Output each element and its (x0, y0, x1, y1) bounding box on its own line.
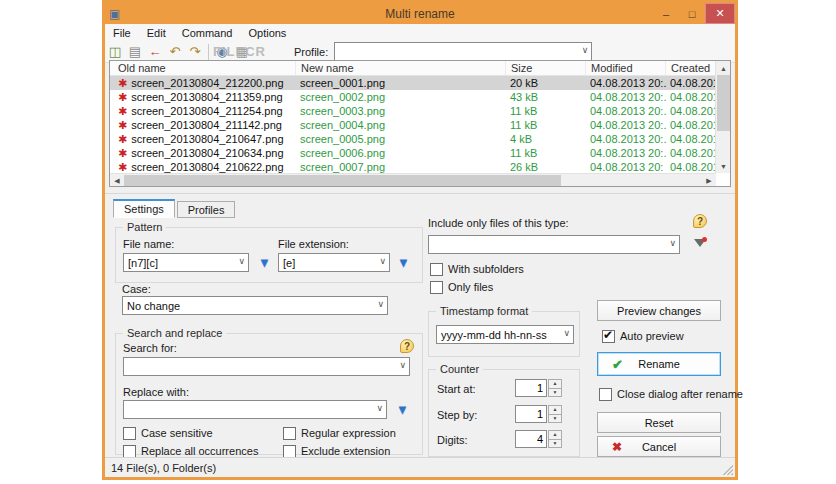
undo-rename-icon[interactable]: ↶ (165, 43, 185, 61)
tab-settings[interactable]: Settings (113, 199, 175, 218)
search-for-combobox[interactable]: ∨ (123, 357, 410, 376)
spin-down-icon[interactable]: ▼ (548, 388, 562, 398)
menu-file[interactable]: File (105, 24, 139, 41)
pattern-legend: Pattern (123, 221, 166, 233)
case-sensitive-checkbox[interactable]: Case sensitive (123, 427, 213, 440)
size: 43 kB (506, 90, 586, 104)
scroll-left-icon[interactable]: ◀ (110, 174, 124, 187)
table-row[interactable]: ✱screen_20130804_211359.png screen_0002.… (110, 90, 716, 104)
preview-changes-button[interactable]: Preview changes (597, 300, 721, 321)
checkbox-box[interactable] (599, 388, 612, 401)
timestamp-format-combobox[interactable]: yyyy-mm-dd hh-nn-ss ∨ (436, 325, 574, 344)
button-label: Rename (638, 358, 680, 370)
step-by-value[interactable]: 1 (515, 405, 547, 423)
redo-rename-icon[interactable]: ↷ (185, 43, 205, 61)
scroll-down-icon[interactable]: ▼ (716, 159, 731, 173)
table-row[interactable]: ✱screen_20130804_211142.png screen_0004.… (110, 118, 716, 132)
toolbar-separator (208, 44, 209, 60)
checkbox-box[interactable] (283, 427, 296, 440)
reset-button[interactable]: Reset (597, 412, 721, 433)
title-bar[interactable]: ▣ Multi rename – □ ✕ (105, 3, 735, 24)
tab-profiles[interactable]: Profiles (177, 201, 236, 218)
multi-rename-window: ▣ Multi rename – □ ✕ File Edit Command O… (102, 0, 738, 480)
column-new-name[interactable]: New name (296, 61, 506, 75)
checkbox-box[interactable] (123, 427, 136, 440)
close-dialog-after-rename-checkbox[interactable]: Close dialog after rename (599, 388, 743, 401)
created: 04.08.2013 2 (666, 76, 716, 90)
menu-command[interactable]: Command (174, 24, 241, 41)
horizontal-scrollbar[interactable]: ◀ ▶ (110, 173, 716, 186)
old-name: screen_20130804_211142.png (131, 118, 282, 132)
file-name-combobox[interactable]: [n7][c] ∨ (123, 253, 249, 272)
close-button[interactable]: ✕ (705, 3, 735, 24)
regular-expression-checkbox[interactable]: Regular expression (283, 427, 396, 440)
checkbox-box[interactable] (430, 281, 443, 294)
timestamp-legend: Timestamp format (436, 305, 532, 317)
only-files-checkbox[interactable]: Only files (430, 281, 493, 294)
rename-button[interactable]: ✔ Rename (597, 352, 721, 376)
case-combobox[interactable]: No change ∨ (122, 296, 388, 315)
start-at-value[interactable]: 1 (515, 379, 547, 397)
column-old-name[interactable]: Old name (110, 61, 296, 75)
help-question-icon[interactable]: ? (693, 214, 707, 228)
image-file-icon: ✱ (118, 106, 127, 117)
table-row[interactable]: ✱screen_20130804_210622.png screen_0007.… (110, 160, 716, 173)
replace-with-combobox[interactable]: ∨ (123, 400, 387, 419)
menu-options[interactable]: Options (240, 24, 294, 41)
image-file-icon: ✱ (118, 134, 127, 145)
modified: 04.08.2013 20:... (586, 90, 666, 104)
timestamp-group: Timestamp format yyyy-mm-dd hh-nn-ss ∨ (428, 311, 580, 357)
button-label: Cancel (642, 441, 676, 453)
remove-files-icon[interactable]: ← (145, 43, 165, 61)
horizontal-scroll-thumb[interactable] (124, 175, 561, 186)
replace-with-expand-icon[interactable]: ▼ (396, 403, 409, 416)
scroll-right-icon[interactable]: ▶ (702, 174, 716, 187)
checkbox-label: Close dialog after rename (617, 388, 743, 400)
start-at-stepper[interactable]: 1 ▲▼ (515, 379, 562, 397)
scroll-up-icon[interactable]: ▲ (716, 61, 731, 75)
table-row[interactable]: ✱screen_20130804_211254.png screen_0003.… (110, 104, 716, 118)
digits-label: Digits: (437, 434, 468, 446)
spin-down-icon[interactable]: ▼ (548, 414, 562, 424)
preview-icon[interactable]: ◉ (212, 43, 232, 61)
file-extension-combobox[interactable]: [e] ∨ (278, 253, 390, 272)
chevron-down-icon: ∨ (376, 404, 383, 413)
digits-stepper[interactable]: 4 ▲▼ (515, 430, 562, 448)
column-created[interactable]: Created (666, 61, 716, 75)
file-extension-label: File extension: (278, 238, 349, 250)
file-name-expand-icon[interactable]: ▼ (258, 256, 271, 269)
file-list[interactable]: Old name New name Size Modified Created … (109, 60, 731, 187)
edit-names-icon[interactable]: ▤ (125, 43, 145, 61)
vertical-scrollbar[interactable]: ▲ ▼ (715, 61, 730, 173)
file-extension-expand-icon[interactable]: ▼ (397, 256, 410, 269)
image-file-icon: ✱ (118, 162, 127, 173)
digits-value[interactable]: 4 (515, 430, 547, 448)
vertical-scroll-thumb[interactable] (717, 75, 730, 131)
created: 04.08.2013 2 (666, 160, 716, 173)
table-row[interactable]: ✱screen_20130804_210647.png screen_0005.… (110, 132, 716, 146)
menu-bar: File Edit Command Options (105, 24, 735, 41)
help-question-icon[interactable]: ? (400, 339, 414, 353)
checkbox-box[interactable]: ✔ (602, 330, 615, 343)
window-title: Multi rename (105, 7, 735, 21)
table-row[interactable]: ✱screen_20130804_210634.png screen_0006.… (110, 146, 716, 160)
profile-combobox[interactable]: ∨ (334, 42, 592, 61)
cancel-button[interactable]: ✖ Cancel (597, 436, 721, 457)
status-bar: 14 File(s), 0 Folder(s) (105, 457, 735, 477)
column-modified[interactable]: Modified (586, 61, 666, 75)
minimize-button[interactable]: – (653, 3, 679, 24)
options-icon[interactable]: ▦ (232, 43, 252, 61)
add-files-icon[interactable]: ◫ (105, 43, 125, 61)
spin-down-icon[interactable]: ▼ (548, 439, 562, 449)
maximize-button[interactable]: □ (679, 3, 705, 24)
menu-edit[interactable]: Edit (139, 24, 174, 41)
checkbox-box[interactable] (430, 263, 443, 276)
include-files-combobox[interactable]: ∨ (428, 235, 680, 254)
filter-wizard-icon[interactable] (693, 237, 707, 251)
auto-preview-checkbox[interactable]: ✔ Auto preview (602, 330, 684, 343)
with-subfolders-checkbox[interactable]: With subfolders (430, 263, 524, 276)
table-row[interactable]: ✱screen_20130804_212200.png screen_0001.… (110, 76, 716, 90)
resize-grip[interactable] (721, 463, 733, 475)
step-by-stepper[interactable]: 1 ▲▼ (515, 405, 562, 423)
column-size[interactable]: Size (506, 61, 586, 75)
